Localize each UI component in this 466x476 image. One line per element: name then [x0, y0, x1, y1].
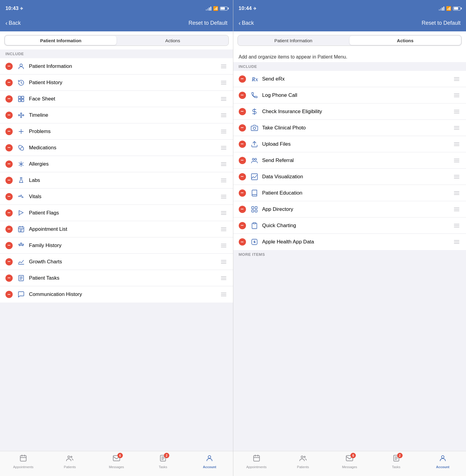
drag-handle[interactable]	[453, 109, 461, 115]
list-item[interactable]: − Medications	[0, 140, 233, 156]
item-label: Medications	[29, 145, 220, 151]
tab-account-right[interactable]: Account	[420, 454, 466, 469]
remove-btn[interactable]: −	[5, 160, 13, 168]
remove-btn[interactable]: −	[239, 75, 246, 83]
list-item[interactable]: − Vitals	[0, 189, 233, 205]
list-item[interactable]: − Labs	[0, 172, 233, 189]
remove-btn[interactable]: −	[239, 92, 246, 99]
drag-handle[interactable]	[220, 210, 228, 216]
remove-btn[interactable]: −	[5, 63, 13, 70]
list-item[interactable]: − Patient History	[0, 75, 233, 91]
tab-patients-left[interactable]: Patients	[46, 454, 93, 469]
remove-btn[interactable]: −	[5, 209, 13, 217]
drag-handle[interactable]	[220, 129, 228, 135]
remove-btn[interactable]: −	[239, 108, 246, 115]
list-item[interactable]: − Family History	[0, 237, 233, 254]
list-item[interactable]: − Patient Information	[0, 58, 233, 75]
list-item[interactable]: − Patient Flags	[0, 205, 233, 221]
drag-handle[interactable]	[453, 141, 461, 147]
book-icon	[250, 189, 259, 197]
calendar-icon	[19, 454, 27, 464]
remove-btn[interactable]: −	[5, 79, 13, 86]
remove-btn[interactable]: −	[5, 128, 13, 135]
list-item[interactable]: − Appointment List	[0, 221, 233, 237]
drag-handle[interactable]	[220, 145, 228, 151]
list-item[interactable]: − Communication History	[0, 286, 233, 303]
remove-btn[interactable]: −	[5, 112, 13, 119]
tab-patient-info-right[interactable]: Patient Information	[238, 35, 349, 46]
drag-handle[interactable]	[220, 291, 228, 297]
list-item[interactable]: − Patient Education	[233, 185, 466, 201]
remove-btn[interactable]: −	[239, 222, 246, 229]
drag-handle[interactable]	[453, 223, 461, 229]
remove-btn[interactable]: −	[5, 95, 13, 103]
drag-handle[interactable]	[453, 174, 461, 180]
tab-actions-left[interactable]: Actions	[117, 35, 228, 46]
drag-handle[interactable]	[220, 80, 228, 86]
remove-btn[interactable]: −	[239, 206, 246, 213]
drag-handle[interactable]	[220, 243, 228, 249]
drag-handle[interactable]	[453, 76, 461, 82]
tab-appointments-left[interactable]: Appointments	[0, 454, 46, 469]
location-icon-right: ✈	[253, 6, 257, 11]
list-item[interactable]: − App Directory	[233, 201, 466, 217]
remove-btn[interactable]: −	[239, 124, 246, 132]
svg-point-31	[71, 456, 72, 458]
remove-btn[interactable]: −	[5, 193, 13, 200]
list-item[interactable]: − Growth Charts	[0, 254, 233, 270]
list-item[interactable]: − Upload Files	[233, 136, 466, 152]
tab-messages-right[interactable]: 6 Messages	[326, 454, 373, 469]
drag-handle[interactable]	[453, 206, 461, 212]
drag-handle[interactable]	[220, 112, 228, 118]
drag-handle[interactable]	[220, 177, 228, 183]
drag-handle[interactable]	[220, 226, 228, 232]
tab-messages-left[interactable]: 6 Messages	[93, 454, 140, 469]
list-item[interactable]: − Face Sheet	[0, 91, 233, 107]
remove-btn[interactable]: −	[5, 258, 13, 265]
list-item[interactable]: − Send Referral	[233, 152, 466, 169]
drag-handle[interactable]	[453, 190, 461, 196]
list-item[interactable]: − Take Clinical Photo	[233, 120, 466, 136]
remove-btn[interactable]: −	[5, 274, 13, 282]
remove-btn[interactable]: −	[5, 144, 13, 151]
remove-btn[interactable]: −	[239, 173, 246, 180]
drag-handle[interactable]	[453, 125, 461, 131]
list-item[interactable]: − Quick Charting	[233, 217, 466, 234]
drag-handle[interactable]	[220, 161, 228, 167]
tab-patients-right[interactable]: Patients	[280, 454, 326, 469]
drag-handle[interactable]	[220, 96, 228, 102]
remove-btn[interactable]: −	[239, 141, 246, 148]
list-item[interactable]: − Problems	[0, 123, 233, 140]
remove-btn[interactable]: −	[5, 242, 13, 249]
list-item[interactable]: − Timeline	[0, 107, 233, 123]
remove-btn[interactable]: −	[239, 238, 246, 246]
drag-handle[interactable]	[453, 239, 461, 245]
list-item[interactable]: − Log Phone Call	[233, 87, 466, 103]
drag-handle[interactable]	[220, 275, 228, 281]
remove-btn[interactable]: −	[5, 226, 13, 233]
tab-patient-info-left[interactable]: Patient Information	[5, 36, 116, 45]
list-item[interactable]: − Patient Tasks	[0, 270, 233, 286]
calendar-icon	[253, 454, 260, 464]
list-item[interactable]: − Rx Send eRx	[233, 71, 466, 87]
drag-handle[interactable]	[453, 92, 461, 98]
list-item[interactable]: − Allergies	[0, 156, 233, 172]
tab-appointments-right[interactable]: Appointments	[233, 454, 280, 469]
remove-btn[interactable]: −	[239, 157, 246, 164]
back-button-left[interactable]: ‹ Back	[5, 20, 21, 27]
list-item[interactable]: − Apple Health App Data	[233, 234, 466, 250]
tab-tasks-right[interactable]: 2 Tasks	[373, 454, 419, 469]
back-button-right[interactable]: ‹ Back	[239, 20, 254, 27]
drag-handle[interactable]	[220, 259, 228, 265]
drag-handle[interactable]	[220, 194, 228, 200]
tab-tasks-left[interactable]: 2 Tasks	[140, 454, 186, 469]
list-item[interactable]: − Data Visualization	[233, 169, 466, 185]
tab-account-left[interactable]: Account	[186, 454, 233, 469]
remove-btn[interactable]: −	[239, 189, 246, 197]
remove-btn[interactable]: −	[5, 291, 13, 298]
remove-btn[interactable]: −	[5, 177, 13, 184]
list-item[interactable]: − Check Insurance Eligibility	[233, 103, 466, 120]
tab-actions-right[interactable]: Actions	[350, 36, 461, 45]
drag-handle[interactable]	[220, 63, 228, 69]
drag-handle[interactable]	[453, 157, 461, 163]
